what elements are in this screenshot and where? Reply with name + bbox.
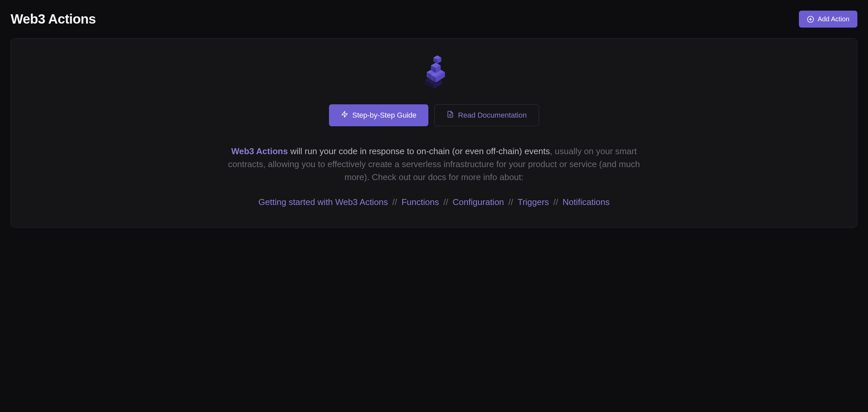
lightning-icon [341,110,348,120]
separator: // [551,197,560,207]
link-configuration[interactable]: Configuration [453,197,504,207]
document-icon [446,110,454,120]
add-action-button[interactable]: Add Action [799,11,857,28]
cubes-icon [416,55,452,91]
hero-description: Web3 Actions will run your code in respo… [225,145,643,184]
page-title: Web3 Actions [11,12,96,27]
hero-card: Step-by-Step Guide Read Documentation We… [11,38,857,228]
step-by-step-guide-button[interactable]: Step-by-Step Guide [329,104,428,126]
step-by-step-guide-label: Step-by-Step Guide [352,111,416,120]
link-getting-started[interactable]: Getting started with Web3 Actions [258,197,388,207]
read-documentation-label: Read Documentation [458,111,527,120]
doc-links: Getting started with Web3 Actions // Fun… [258,196,610,209]
svg-marker-27 [342,111,348,117]
add-action-label: Add Action [817,15,849,23]
description-highlight: Web3 Actions [231,146,288,156]
description-part1: will run your code in response to on-cha… [288,146,550,156]
link-functions[interactable]: Functions [401,197,439,207]
separator: // [441,197,450,207]
read-documentation-button[interactable]: Read Documentation [434,104,539,126]
separator: // [391,197,399,207]
plus-circle-icon [807,15,814,23]
link-notifications[interactable]: Notifications [563,197,610,207]
separator: // [506,197,515,207]
link-triggers[interactable]: Triggers [518,197,549,207]
